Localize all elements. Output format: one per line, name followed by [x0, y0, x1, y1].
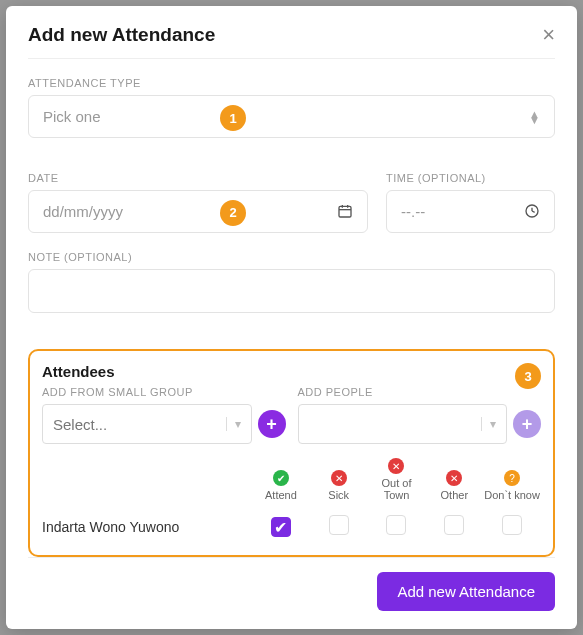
- add-group-button[interactable]: +: [258, 410, 286, 438]
- date-input[interactable]: dd/mm/yyyy: [28, 190, 368, 233]
- question-icon: ?: [504, 470, 520, 486]
- modal-header: Add new Attendance ×: [28, 24, 555, 59]
- chevron-down-icon: ▾: [481, 417, 496, 431]
- svg-rect-0: [339, 206, 351, 217]
- chevron-updown-icon: ▲▼: [529, 111, 540, 123]
- add-people-button[interactable]: +: [513, 410, 541, 438]
- modal-title: Add new Attendance: [28, 24, 215, 46]
- status-sick-label: Sick: [328, 489, 349, 501]
- x-icon: ✕: [446, 470, 462, 486]
- modal-footer: Add new Attendance: [28, 557, 555, 611]
- plus-icon: +: [522, 414, 533, 435]
- status-attend-label: Attend: [265, 489, 297, 501]
- checkbox-dk[interactable]: [502, 515, 522, 535]
- date-placeholder: dd/mm/yyyy: [43, 203, 123, 220]
- add-attendance-modal: Add new Attendance × 1 ATTENDANCE TYPE P…: [6, 6, 577, 629]
- svg-line-6: [532, 211, 535, 212]
- chevron-down-icon: ▾: [226, 417, 241, 431]
- attendance-type-select[interactable]: Pick one ▲▼: [28, 95, 555, 138]
- x-icon: ✕: [388, 458, 404, 474]
- note-label: NOTE (OPTIONAL): [28, 251, 555, 263]
- people-select[interactable]: ▾: [298, 404, 508, 444]
- checkbox-oot[interactable]: [386, 515, 406, 535]
- close-icon[interactable]: ×: [542, 24, 555, 46]
- checkbox-sick[interactable]: [329, 515, 349, 535]
- time-placeholder: --.--: [401, 203, 425, 220]
- add-group-label: ADD FROM SMALL GROUP: [42, 386, 286, 398]
- add-people-label: ADD PEOPLE: [298, 386, 542, 398]
- clock-icon: [524, 203, 540, 219]
- attendees-section: 3 Attendees ADD FROM SMALL GROUP Select.…: [28, 349, 555, 557]
- date-label: DATE: [28, 172, 368, 184]
- badge-2: 2: [220, 200, 246, 226]
- submit-button[interactable]: Add new Attendance: [377, 572, 555, 611]
- calendar-icon: [337, 203, 353, 219]
- time-input[interactable]: --.--: [386, 190, 555, 233]
- status-header: ✔ Attend ✕ Sick ✕ Out of Town ✕ Other ? …: [42, 458, 541, 501]
- checkbox-attend[interactable]: ✔: [271, 517, 291, 537]
- small-group-placeholder: Select...: [53, 416, 107, 433]
- time-label: TIME (OPTIONAL): [386, 172, 555, 184]
- attendee-name: Indarta Wono Yuwono: [42, 519, 252, 535]
- status-dk-label: Don`t know: [484, 489, 540, 501]
- plus-icon: +: [266, 414, 277, 435]
- status-oot-label: Out of Town: [382, 477, 412, 501]
- badge-1: 1: [220, 105, 246, 131]
- check-icon: ✔: [273, 470, 289, 486]
- attendees-title: Attendees: [42, 363, 541, 380]
- small-group-select[interactable]: Select... ▾: [42, 404, 252, 444]
- attendance-type-placeholder: Pick one: [43, 108, 101, 125]
- note-input[interactable]: [28, 269, 555, 313]
- attendance-type-label: ATTENDANCE TYPE: [28, 77, 555, 89]
- checkbox-other[interactable]: [444, 515, 464, 535]
- badge-3: 3: [515, 363, 541, 389]
- status-other-label: Other: [441, 489, 469, 501]
- x-icon: ✕: [331, 470, 347, 486]
- attendee-row: Indarta Wono Yuwono ✔: [42, 511, 541, 543]
